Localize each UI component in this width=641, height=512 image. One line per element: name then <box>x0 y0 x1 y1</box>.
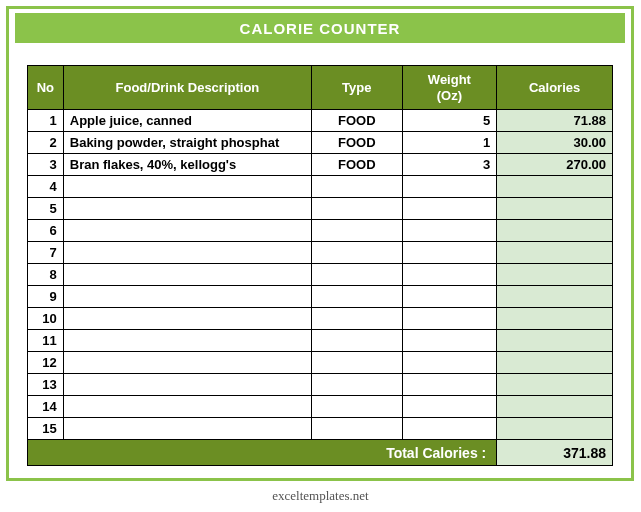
cell-weight[interactable] <box>402 176 497 198</box>
cell-no[interactable]: 3 <box>28 154 64 176</box>
cell-description[interactable] <box>63 330 311 352</box>
cell-weight[interactable] <box>402 352 497 374</box>
total-value: 371.88 <box>497 440 613 466</box>
table-row: 6 <box>28 220 613 242</box>
header-weight: Weight (Oz) <box>402 66 497 110</box>
cell-weight[interactable] <box>402 220 497 242</box>
cell-no[interactable]: 1 <box>28 110 64 132</box>
cell-type[interactable]: FOOD <box>312 132 402 154</box>
cell-description[interactable]: Bran flakes, 40%, kellogg's <box>63 154 311 176</box>
cell-description[interactable]: Apple juice, canned <box>63 110 311 132</box>
cell-calories <box>497 176 613 198</box>
table-container: No Food/Drink Description Type Weight (O… <box>27 65 613 466</box>
cell-type[interactable] <box>312 330 402 352</box>
cell-weight[interactable] <box>402 264 497 286</box>
table-row: 8 <box>28 264 613 286</box>
total-label: Total Calories : <box>28 440 497 466</box>
cell-no[interactable]: 11 <box>28 330 64 352</box>
cell-type[interactable] <box>312 286 402 308</box>
cell-description[interactable] <box>63 418 311 440</box>
cell-type[interactable] <box>312 352 402 374</box>
table-row: 3Bran flakes, 40%, kellogg'sFOOD3270.00 <box>28 154 613 176</box>
cell-no[interactable]: 6 <box>28 220 64 242</box>
cell-weight[interactable]: 5 <box>402 110 497 132</box>
cell-description[interactable] <box>63 396 311 418</box>
cell-description[interactable] <box>63 220 311 242</box>
cell-type[interactable]: FOOD <box>312 154 402 176</box>
cell-calories <box>497 330 613 352</box>
table-row: 10 <box>28 308 613 330</box>
table-row: 4 <box>28 176 613 198</box>
cell-calories <box>497 286 613 308</box>
cell-weight[interactable]: 3 <box>402 154 497 176</box>
cell-no[interactable]: 4 <box>28 176 64 198</box>
header-no: No <box>28 66 64 110</box>
cell-calories <box>497 198 613 220</box>
cell-description[interactable] <box>63 198 311 220</box>
cell-no[interactable]: 8 <box>28 264 64 286</box>
cell-type[interactable] <box>312 198 402 220</box>
cell-description[interactable] <box>63 308 311 330</box>
table-row: 15 <box>28 418 613 440</box>
cell-weight[interactable] <box>402 242 497 264</box>
cell-weight[interactable] <box>402 286 497 308</box>
cell-calories <box>497 220 613 242</box>
table-row: 11 <box>28 330 613 352</box>
cell-description[interactable] <box>63 286 311 308</box>
cell-no[interactable]: 15 <box>28 418 64 440</box>
cell-calories <box>497 242 613 264</box>
table-row: 9 <box>28 286 613 308</box>
cell-type[interactable] <box>312 418 402 440</box>
cell-weight[interactable] <box>402 418 497 440</box>
total-row: Total Calories : 371.88 <box>28 440 613 466</box>
cell-calories <box>497 374 613 396</box>
header-type: Type <box>312 66 402 110</box>
cell-type[interactable] <box>312 308 402 330</box>
cell-type[interactable] <box>312 220 402 242</box>
cell-no[interactable]: 13 <box>28 374 64 396</box>
cell-description[interactable]: Baking powder, straight phosphat <box>63 132 311 154</box>
cell-description[interactable] <box>63 176 311 198</box>
table-row: 13 <box>28 374 613 396</box>
cell-no[interactable]: 7 <box>28 242 64 264</box>
table-body: 1Apple juice, cannedFOOD571.882Baking po… <box>28 110 613 440</box>
table-row: 2Baking powder, straight phosphatFOOD130… <box>28 132 613 154</box>
cell-no[interactable]: 2 <box>28 132 64 154</box>
header-row: No Food/Drink Description Type Weight (O… <box>28 66 613 110</box>
cell-description[interactable] <box>63 242 311 264</box>
table-row: 1Apple juice, cannedFOOD571.88 <box>28 110 613 132</box>
cell-weight[interactable] <box>402 374 497 396</box>
cell-no[interactable]: 12 <box>28 352 64 374</box>
cell-calories <box>497 396 613 418</box>
header-description: Food/Drink Description <box>63 66 311 110</box>
cell-weight[interactable] <box>402 396 497 418</box>
footer-credit: exceltemplates.net <box>0 488 641 504</box>
cell-no[interactable]: 14 <box>28 396 64 418</box>
cell-description[interactable] <box>63 352 311 374</box>
cell-weight[interactable] <box>402 198 497 220</box>
cell-no[interactable]: 5 <box>28 198 64 220</box>
header-weight-line1: Weight <box>409 72 491 88</box>
cell-type[interactable] <box>312 264 402 286</box>
table-row: 7 <box>28 242 613 264</box>
cell-type[interactable] <box>312 396 402 418</box>
cell-type[interactable] <box>312 242 402 264</box>
cell-calories <box>497 418 613 440</box>
cell-weight[interactable] <box>402 308 497 330</box>
cell-description[interactable] <box>63 374 311 396</box>
table-row: 14 <box>28 396 613 418</box>
cell-description[interactable] <box>63 264 311 286</box>
table-row: 12 <box>28 352 613 374</box>
cell-calories <box>497 308 613 330</box>
cell-no[interactable]: 10 <box>28 308 64 330</box>
cell-type[interactable] <box>312 176 402 198</box>
cell-calories: 30.00 <box>497 132 613 154</box>
cell-weight[interactable]: 1 <box>402 132 497 154</box>
cell-type[interactable]: FOOD <box>312 110 402 132</box>
header-calories: Calories <box>497 66 613 110</box>
cell-calories <box>497 352 613 374</box>
cell-no[interactable]: 9 <box>28 286 64 308</box>
cell-type[interactable] <box>312 374 402 396</box>
header-weight-line2: (Oz) <box>409 88 491 104</box>
cell-weight[interactable] <box>402 330 497 352</box>
